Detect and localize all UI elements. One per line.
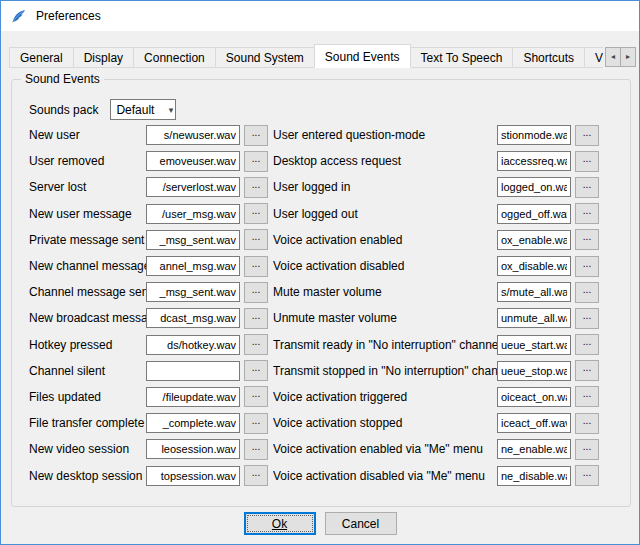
sound-event-label: Files updated: [29, 390, 146, 404]
sound-file-input[interactable]: [146, 256, 240, 276]
sound-event-row: Server lost ...: [29, 174, 269, 200]
sound-file-input[interactable]: [497, 439, 571, 459]
sound-event-row: Channel message sent ...: [29, 279, 269, 305]
app-logo-icon: [10, 8, 27, 25]
sound-event-row: Voice activation disabled via "Me" menu …: [273, 462, 603, 488]
sounds-pack-select[interactable]: Default ▾: [110, 99, 176, 120]
chevron-left-icon: ◂: [611, 52, 615, 61]
sound-event-row: Transmit ready in "No interruption" chan…: [273, 332, 603, 358]
sound-file-input[interactable]: [497, 282, 571, 302]
sound-file-input[interactable]: [146, 204, 240, 224]
tab-sound-events[interactable]: Sound Events: [314, 44, 411, 68]
sound-event-label: Private message sent: [29, 233, 146, 247]
sound-event-label: Mute master volume: [273, 285, 497, 299]
browse-button[interactable]: ...: [244, 203, 268, 224]
sound-file-input[interactable]: [146, 230, 240, 250]
browse-button[interactable]: ...: [575, 151, 599, 172]
sound-event-label: File transfer complete: [29, 416, 146, 430]
browse-button[interactable]: ...: [575, 413, 599, 434]
browse-button[interactable]: ...: [244, 151, 268, 172]
sound-file-input[interactable]: [146, 177, 240, 197]
browse-button[interactable]: ...: [575, 229, 599, 250]
browse-button[interactable]: ...: [575, 177, 599, 198]
browse-button[interactable]: ...: [575, 334, 599, 355]
browse-button[interactable]: ...: [575, 125, 599, 146]
tab-display[interactable]: Display: [73, 47, 134, 68]
sound-file-input[interactable]: [146, 387, 240, 407]
sound-file-input[interactable]: [146, 413, 240, 433]
sound-file-input[interactable]: [146, 439, 240, 459]
dialog-footer: Ok Cancel: [1, 512, 639, 535]
sound-file-input[interactable]: [497, 230, 571, 250]
sound-file-input[interactable]: [146, 282, 240, 302]
sound-file-input[interactable]: [497, 256, 571, 276]
sound-file-input[interactable]: [497, 125, 571, 145]
browse-button[interactable]: ...: [575, 386, 599, 407]
sound-file-input[interactable]: [497, 151, 571, 171]
tab-scroll-left-button[interactable]: ◂: [605, 47, 621, 67]
sounds-pack-label: Sounds pack: [29, 103, 98, 117]
cancel-button[interactable]: Cancel: [325, 512, 397, 535]
sound-file-input[interactable]: [497, 466, 571, 486]
browse-button[interactable]: ...: [575, 256, 599, 277]
sound-event-row: User removed ...: [29, 148, 269, 174]
titlebar: Preferences: [1, 1, 639, 31]
sound-file-input[interactable]: [146, 361, 240, 381]
browse-button[interactable]: ...: [244, 413, 268, 434]
tab-scroll-right-button[interactable]: ▸: [620, 47, 636, 67]
tab-text-to-speech[interactable]: Text To Speech: [410, 47, 514, 68]
browse-button[interactable]: ...: [244, 360, 268, 381]
browse-button[interactable]: ...: [575, 439, 599, 460]
browse-button[interactable]: ...: [244, 386, 268, 407]
tab-shortcuts[interactable]: Shortcuts: [512, 47, 585, 68]
sound-file-input[interactable]: [497, 308, 571, 328]
sound-file-input[interactable]: [146, 335, 240, 355]
browse-button[interactable]: ...: [575, 203, 599, 224]
sounds-pack-value: Default: [116, 103, 154, 117]
browse-button[interactable]: ...: [575, 465, 599, 486]
sound-file-input[interactable]: [497, 361, 571, 381]
sound-file-input[interactable]: [497, 177, 571, 197]
chevron-right-icon: ▸: [626, 52, 630, 61]
browse-button[interactable]: ...: [575, 308, 599, 329]
sound-event-row: Mute master volume ...: [273, 279, 603, 305]
browse-button[interactable]: ...: [244, 282, 268, 303]
sound-file-input[interactable]: [497, 335, 571, 355]
sound-file-input[interactable]: [497, 204, 571, 224]
sound-file-input[interactable]: [497, 387, 571, 407]
browse-button[interactable]: ...: [575, 282, 599, 303]
sound-event-row: New user ...: [29, 122, 269, 148]
sound-file-input[interactable]: [146, 308, 240, 328]
browse-button[interactable]: ...: [244, 465, 268, 486]
browse-button[interactable]: ...: [575, 360, 599, 381]
sound-event-label: New desktop session: [29, 469, 146, 483]
sound-events-right-column: User entered question-mode ... Desktop a…: [273, 122, 603, 489]
tab-general[interactable]: General: [9, 47, 74, 68]
sound-file-input[interactable]: [146, 125, 240, 145]
sound-file-input[interactable]: [146, 466, 240, 486]
tab-video[interactable]: Video: [584, 47, 603, 68]
browse-button[interactable]: ...: [244, 125, 268, 146]
sound-file-input[interactable]: [146, 151, 240, 171]
sound-event-row: New video session ...: [29, 436, 269, 462]
browse-button[interactable]: ...: [244, 439, 268, 460]
ok-button[interactable]: Ok: [244, 512, 316, 535]
sound-event-label: Voice activation disabled: [273, 259, 497, 273]
browse-button[interactable]: ...: [244, 308, 268, 329]
tab-connection[interactable]: Connection: [133, 47, 216, 68]
sound-event-row: New broadcast message ...: [29, 305, 269, 331]
sound-event-row: User logged in ...: [273, 174, 603, 200]
sound-event-row: Channel silent ...: [29, 358, 269, 384]
sounds-pack-row: Sounds pack Default ▾: [29, 99, 176, 120]
sound-event-row: Unmute master volume ...: [273, 305, 603, 331]
sound-file-input[interactable]: [497, 413, 571, 433]
preferences-dialog: Preferences GeneralDisplayConnectionSoun…: [0, 0, 640, 545]
sound-event-row: Voice activation enabled ...: [273, 227, 603, 253]
browse-button[interactable]: ...: [244, 177, 268, 198]
tab-sound-system[interactable]: Sound System: [215, 47, 315, 68]
chevron-down-icon: ▾: [169, 105, 174, 115]
browse-button[interactable]: ...: [244, 334, 268, 355]
browse-button[interactable]: ...: [244, 229, 268, 250]
tab-bar: GeneralDisplayConnectionSound SystemSoun…: [9, 44, 603, 68]
browse-button[interactable]: ...: [244, 256, 268, 277]
